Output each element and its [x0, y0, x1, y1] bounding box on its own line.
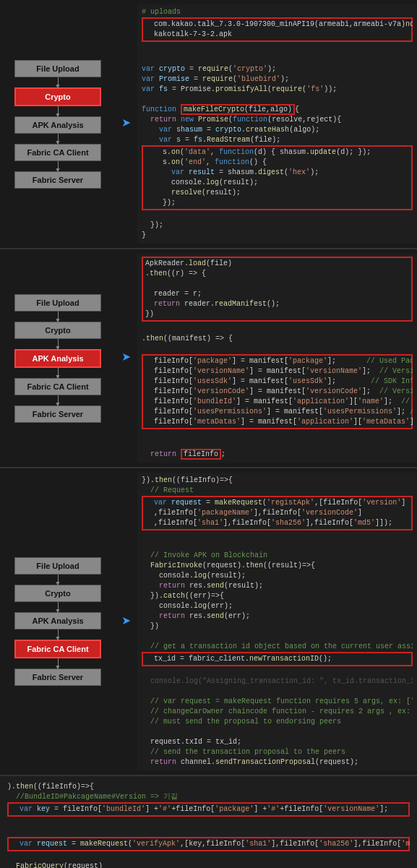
flowchart-3: File Upload Crypto APK Analysis Fabric C…	[0, 473, 116, 770]
main-container: File Upload Crypto APK Analysis Fabric C…	[0, 0, 417, 868]
flowchart-1: File Upload Crypto APK Analysis Fabric C…	[0, 4, 116, 244]
flow-file-upload-3: File Upload	[14, 557, 101, 575]
flow-arrow-2b	[58, 339, 59, 349]
bottom-section: ).then((fileInfo)=>{ //BundleID#PakcageN…	[0, 776, 417, 868]
flow-arrow-3a	[58, 575, 59, 585]
flow-arrow-2c	[58, 368, 59, 378]
arrow-right-3: ➤	[116, 473, 137, 770]
arrow-right-1: ➤	[116, 4, 137, 244]
code-block-3: }).then((fileInfo)=>{ // Request var req…	[142, 476, 413, 768]
flowchart-2: File Upload Crypto APK Analysis Fabric C…	[0, 254, 116, 463]
flow-arrow-1b	[58, 106, 59, 116]
code-panel-2: ApkReader.load(file) .then((r) => { read…	[137, 254, 417, 463]
section-1: File Upload Crypto APK Analysis Fabric C…	[0, 0, 417, 249]
flow-arrow-2d	[58, 395, 59, 405]
code-panel-1: # uploads com.kakao.talk_7.3.0-1907300_m…	[137, 4, 417, 244]
right-arrow-icon-3: ➤	[121, 612, 131, 632]
section-2: File Upload Crypto APK Analysis Fabric C…	[0, 249, 417, 468]
arrow-right-2: ➤	[116, 254, 137, 463]
flow-file-upload-2: File Upload	[14, 294, 101, 311]
flow-file-upload-1: File Upload	[14, 60, 101, 77]
code-block-1: # uploads com.kakao.talk_7.3.0-1907300_m…	[142, 7, 413, 241]
section-3: File Upload Crypto APK Analysis Fabric C…	[0, 468, 417, 776]
right-arrow-icon-2: ➤	[121, 348, 131, 368]
right-arrow-icon-1: ➤	[121, 114, 131, 134]
flow-arrow-3d	[58, 658, 59, 669]
code-panel-3: }).then((fileInfo)=>{ // Request var req…	[137, 473, 417, 770]
flow-arrow-1a	[58, 77, 59, 87]
bottom-code-block: ).then((fileInfo)=>{ //BundleID#PakcageN…	[7, 782, 410, 868]
flow-arrow-3c	[58, 629, 59, 640]
flow-arrow-3b	[58, 602, 59, 612]
flow-arrow-1d	[58, 161, 59, 171]
flow-arrow-1c	[58, 134, 59, 144]
flow-arrow-2a	[58, 311, 59, 322]
code-block-2: ApkReader.load(file) .then((r) => { read…	[142, 257, 413, 460]
